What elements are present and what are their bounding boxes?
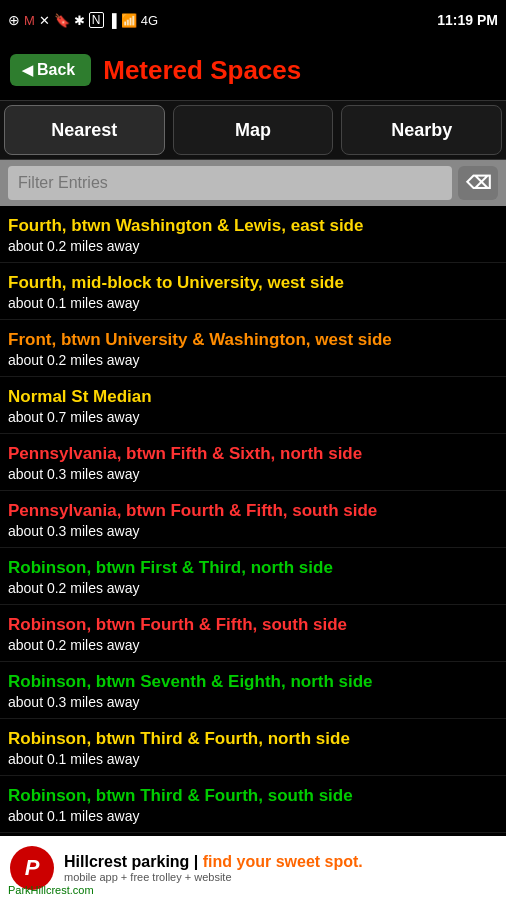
item-title: Pennsylvania, btwn Fifth & Sixth, north … xyxy=(8,444,498,464)
bookmark-icon: 🔖 xyxy=(54,13,70,28)
item-title: Fourth, btwn Washington & Lewis, east si… xyxy=(8,216,498,236)
backspace-icon: ⌫ xyxy=(466,172,491,194)
item-subtitle: about 0.3 miles away xyxy=(8,466,498,482)
list-item[interactable]: Fourth, btwn Washington & Lewis, east si… xyxy=(0,206,506,263)
ad-highlight: find your sweet spot. xyxy=(203,853,363,870)
item-subtitle: about 0.2 miles away xyxy=(8,580,498,596)
item-title: Robinson, btwn Third & Fourth, south sid… xyxy=(8,786,498,806)
item-title: Robinson, btwn Seventh & Eighth, north s… xyxy=(8,672,498,692)
list-item[interactable]: Robinson, btwn Seventh & Eighth, north s… xyxy=(0,662,506,719)
back-button[interactable]: ◀ Back xyxy=(10,54,91,86)
item-subtitle: about 0.1 miles away xyxy=(8,295,498,311)
item-subtitle: about 0.2 miles away xyxy=(8,352,498,368)
list-item[interactable]: Pennsylvania, btwn Fifth & Sixth, north … xyxy=(0,434,506,491)
ad-main-text: Hillcrest parking | find your sweet spot… xyxy=(64,853,363,871)
bluetooth-icon: ✱ xyxy=(74,13,85,28)
item-subtitle: about 0.2 miles away xyxy=(8,238,498,254)
item-subtitle: about 0.1 miles away xyxy=(8,751,498,767)
item-subtitle: about 0.3 miles away xyxy=(8,694,498,710)
gmail-icon: M xyxy=(24,13,35,28)
back-label: Back xyxy=(37,61,75,79)
item-title: Pennsylvania, btwn Fourth & Fifth, south… xyxy=(8,501,498,521)
page-title: Metered Spaces xyxy=(103,55,301,86)
add-icon: ⊕ xyxy=(8,12,20,28)
item-title: Robinson, btwn Fourth & Fifth, south sid… xyxy=(8,615,498,635)
item-title: Robinson, btwn Third & Fourth, north sid… xyxy=(8,729,498,749)
status-bar: ⊕ M ✕ 🔖 ✱ N ▐ 📶 4G 11:19 PM xyxy=(0,0,506,40)
item-title: Normal St Median xyxy=(8,387,498,407)
tab-map[interactable]: Map xyxy=(173,105,334,155)
list-item[interactable]: Normal St Medianabout 0.7 miles away xyxy=(0,377,506,434)
list-item[interactable]: Robinson, btwn Third & Fourth, south sid… xyxy=(0,776,506,833)
wifi-icon: 📶 xyxy=(121,13,137,28)
tab-nearby[interactable]: Nearby xyxy=(341,105,502,155)
nfc-icon: N xyxy=(89,12,104,28)
ad-website: ParkHillcrest.com xyxy=(8,884,94,896)
item-subtitle: about 0.7 miles away xyxy=(8,409,498,425)
list-item[interactable]: Robinson, btwn First & Third, north side… xyxy=(0,548,506,605)
ad-sub-text: mobile app + free trolley + website xyxy=(64,871,363,883)
ad-text-block: Hillcrest parking | find your sweet spot… xyxy=(64,853,363,883)
clear-filter-button[interactable]: ⌫ xyxy=(458,166,498,200)
filter-input[interactable] xyxy=(8,166,452,200)
list-item[interactable]: Front, btwn University & Washington, wes… xyxy=(0,320,506,377)
battery-icon: ▐ xyxy=(108,13,117,28)
tab-nearest[interactable]: Nearest xyxy=(4,105,165,155)
item-subtitle: about 0.2 miles away xyxy=(8,637,498,653)
item-title: Front, btwn University & Washington, wes… xyxy=(8,330,498,350)
header: ◀ Back Metered Spaces xyxy=(0,40,506,100)
list-item[interactable]: Fourth, mid-block to University, west si… xyxy=(0,263,506,320)
list-item[interactable]: Pennsylvania, btwn Fourth & Fifth, south… xyxy=(0,491,506,548)
tab-bar: Nearest Map Nearby xyxy=(0,100,506,160)
filter-bar: ⌫ xyxy=(0,160,506,206)
list-item[interactable]: Robinson, btwn Fourth & Fifth, south sid… xyxy=(0,605,506,662)
ad-banner: P Hillcrest parking | find your sweet sp… xyxy=(0,836,506,900)
list-container: Fourth, btwn Washington & Lewis, east si… xyxy=(0,206,506,836)
signal-bars-icon: 4G xyxy=(141,13,158,28)
item-title: Robinson, btwn First & Third, north side xyxy=(8,558,498,578)
status-icons: ⊕ M ✕ 🔖 ✱ N ▐ 📶 4G xyxy=(8,12,158,28)
status-time: 11:19 PM xyxy=(437,12,498,28)
item-subtitle: about 0.1 miles away xyxy=(8,808,498,824)
list-item[interactable]: Robinson, btwn Third & Fourth, north sid… xyxy=(0,719,506,776)
item-subtitle: about 0.3 miles away xyxy=(8,523,498,539)
signal-icon: ✕ xyxy=(39,13,50,28)
item-title: Fourth, mid-block to University, west si… xyxy=(8,273,498,293)
ad-main-plain: Hillcrest parking | xyxy=(64,853,203,870)
